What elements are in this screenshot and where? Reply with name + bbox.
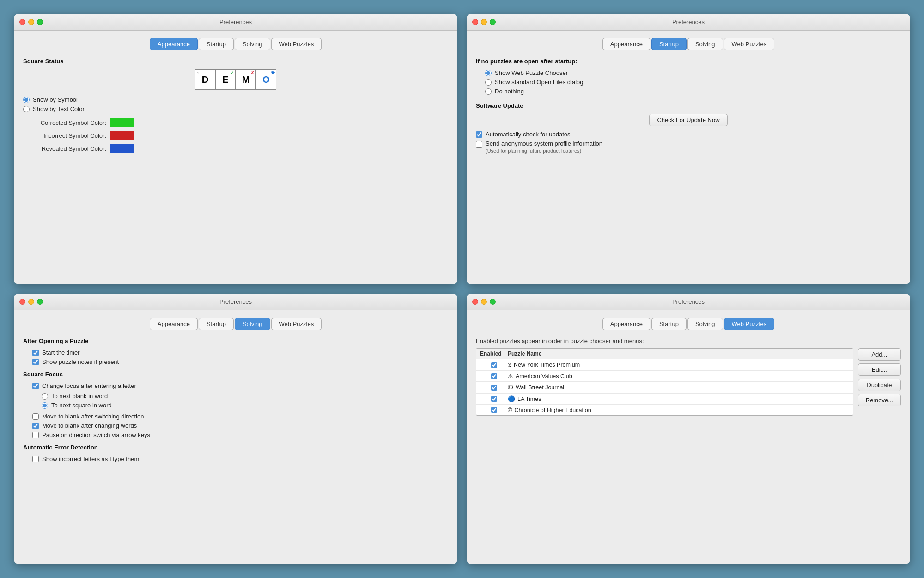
che-icon: © bbox=[508, 406, 512, 413]
move-blank-words-option[interactable]: Move to blank after changing words bbox=[32, 422, 448, 429]
show-web-chooser-option[interactable]: Show Web Puzzle Chooser bbox=[485, 69, 901, 76]
webpuzzles-tab-startup[interactable]: Startup bbox=[651, 318, 687, 330]
auto-error-section: Automatic Error Detection Show incorrect… bbox=[23, 444, 448, 462]
move-blank-switch-option[interactable]: Move to blank after switching direction bbox=[32, 413, 448, 420]
solving-tab-startup[interactable]: Startup bbox=[199, 318, 234, 330]
do-nothing-radio[interactable] bbox=[485, 88, 492, 95]
startup-tab-bar: Appearance Startup Solving Web Puzzles bbox=[476, 38, 901, 50]
maximize-button[interactable] bbox=[37, 19, 43, 25]
startup-tab-webpuzzles[interactable]: Web Puzzles bbox=[724, 38, 775, 50]
start-timer-checkbox[interactable] bbox=[32, 350, 39, 356]
corrected-color-row: Corrected Symbol Color: bbox=[23, 118, 448, 127]
webpuzzles-tab-bar: Appearance Startup Solving Web Puzzles bbox=[476, 318, 901, 330]
do-nothing-option[interactable]: Do nothing bbox=[485, 88, 901, 95]
show-notes-option[interactable]: Show puzzle notes if present bbox=[32, 358, 448, 365]
anon-checkbox[interactable] bbox=[476, 141, 482, 148]
wsj-checkbox[interactable] bbox=[491, 385, 497, 391]
webpuzzles-tab-solving[interactable]: Solving bbox=[687, 318, 723, 330]
auto-check-option[interactable]: Automatically check for updates bbox=[476, 131, 901, 138]
minimize-button-startup[interactable] bbox=[481, 19, 487, 25]
add-puzzle-button[interactable]: Add... bbox=[858, 348, 901, 361]
show-incorrect-option[interactable]: Show incorrect letters as I type them bbox=[32, 455, 448, 462]
maximize-button-solving[interactable] bbox=[37, 299, 43, 305]
show-open-files-label: Show standard Open Files dialog bbox=[495, 79, 584, 86]
after-opening-options: Start the timer Show puzzle notes if pre… bbox=[23, 349, 448, 365]
tab-appearance[interactable]: Appearance bbox=[150, 38, 198, 50]
show-by-text-option[interactable]: Show by Text Color bbox=[23, 105, 448, 112]
nyt-checkbox[interactable] bbox=[491, 362, 497, 368]
next-blank-option[interactable]: To next blank in word bbox=[42, 393, 448, 400]
anon-option[interactable]: Send anonymous system profile informatio… bbox=[476, 140, 901, 154]
tab-startup[interactable]: Startup bbox=[199, 38, 234, 50]
startup-tab-appearance[interactable]: Appearance bbox=[602, 38, 650, 50]
pause-direction-label: Pause on direction switch via arrow keys bbox=[42, 431, 150, 438]
show-by-symbol-option[interactable]: Show by Symbol bbox=[23, 96, 448, 103]
check-update-button[interactable]: Check For Update Now bbox=[649, 114, 727, 126]
remove-puzzle-button[interactable]: Remove... bbox=[858, 394, 901, 406]
avc-label: American Values Club bbox=[516, 373, 572, 380]
tab-solving[interactable]: Solving bbox=[235, 38, 270, 50]
webpuzzles-tab-webpuzzles[interactable]: Web Puzzles bbox=[724, 318, 775, 330]
duplicate-puzzle-button[interactable]: Duplicate bbox=[858, 379, 901, 391]
incorrect-color-swatch[interactable] bbox=[110, 131, 134, 140]
maximize-button-startup[interactable] bbox=[490, 19, 496, 25]
edit-puzzle-button[interactable]: Edit... bbox=[858, 363, 901, 376]
close-button-startup[interactable] bbox=[472, 19, 478, 25]
maximize-button-webpuzzles[interactable] bbox=[490, 299, 496, 305]
nyt-label: New York Times Premium bbox=[514, 362, 580, 368]
che-checkbox[interactable] bbox=[491, 407, 497, 413]
avc-checkbox[interactable] bbox=[491, 373, 497, 379]
startup-tab-solving[interactable]: Solving bbox=[687, 38, 723, 50]
auto-check-checkbox[interactable] bbox=[476, 131, 482, 138]
solving-tab-webpuzzles[interactable]: Web Puzzles bbox=[271, 318, 322, 330]
webpuzzles-tab-appearance[interactable]: Appearance bbox=[602, 318, 650, 330]
incorrect-color-row: Incorrect Symbol Color: bbox=[23, 131, 448, 140]
close-button-solving[interactable] bbox=[19, 299, 25, 305]
pause-direction-option[interactable]: Pause on direction switch via arrow keys bbox=[32, 431, 448, 438]
change-focus-option[interactable]: Change focus after entering a letter bbox=[32, 382, 448, 389]
move-blank-words-checkbox[interactable] bbox=[32, 423, 39, 429]
focus-direction-group: To next blank in word To next square in … bbox=[42, 393, 448, 409]
minimize-button[interactable] bbox=[28, 19, 34, 25]
show-open-files-option[interactable]: Show standard Open Files dialog bbox=[485, 79, 901, 86]
next-blank-radio[interactable] bbox=[42, 393, 48, 400]
solving-tab-appearance[interactable]: Appearance bbox=[150, 318, 198, 330]
show-open-files-radio[interactable] bbox=[485, 79, 492, 86]
lat-checkbox[interactable] bbox=[491, 396, 497, 402]
solving-window-title: Preferences bbox=[219, 298, 252, 305]
demo-cell-e: E bbox=[215, 69, 236, 90]
wsj-name: 𝔚 Wall Street Journal bbox=[508, 384, 849, 391]
start-timer-option[interactable]: Start the timer bbox=[32, 349, 448, 356]
software-update-title: Software Update bbox=[476, 102, 901, 109]
show-incorrect-checkbox[interactable] bbox=[32, 456, 39, 462]
startup-tab-startup[interactable]: Startup bbox=[651, 38, 687, 50]
minimize-button-solving[interactable] bbox=[28, 299, 34, 305]
show-notes-label: Show puzzle notes if present bbox=[42, 358, 119, 365]
do-nothing-label: Do nothing bbox=[495, 88, 524, 95]
webpuzzles-content: Appearance Startup Solving Web Puzzles E… bbox=[467, 310, 910, 564]
tab-webpuzzles[interactable]: Web Puzzles bbox=[271, 38, 322, 50]
puzzle-row-che: © Chronicle of Higher Education bbox=[476, 405, 853, 415]
move-blank-switch-checkbox[interactable] bbox=[32, 413, 39, 420]
corrected-color-swatch[interactable] bbox=[110, 118, 134, 127]
show-by-text-radio[interactable] bbox=[23, 106, 30, 112]
next-square-option[interactable]: To next square in word bbox=[42, 402, 448, 409]
pause-direction-checkbox[interactable] bbox=[32, 432, 39, 438]
nyt-name: 𝕿 New York Times Premium bbox=[508, 361, 849, 369]
che-label: Chronicle of Higher Education bbox=[515, 407, 591, 413]
change-focus-checkbox[interactable] bbox=[32, 383, 39, 389]
solving-tab-solving[interactable]: Solving bbox=[235, 318, 270, 330]
show-by-text-label: Show by Text Color bbox=[33, 105, 85, 112]
minimize-button-webpuzzles[interactable] bbox=[481, 299, 487, 305]
avc-icon: ⚠ bbox=[508, 373, 513, 380]
show-by-symbol-radio[interactable] bbox=[23, 97, 30, 103]
close-button[interactable] bbox=[19, 19, 25, 25]
next-square-label: To next square in word bbox=[51, 402, 112, 409]
solving-tab-bar: Appearance Startup Solving Web Puzzles bbox=[23, 318, 448, 330]
show-notes-checkbox[interactable] bbox=[32, 359, 39, 365]
traffic-lights-startup bbox=[472, 19, 496, 25]
close-button-webpuzzles[interactable] bbox=[472, 299, 478, 305]
next-square-radio[interactable] bbox=[42, 402, 48, 409]
revealed-color-swatch[interactable] bbox=[110, 144, 134, 153]
show-web-chooser-radio[interactable] bbox=[485, 70, 492, 76]
